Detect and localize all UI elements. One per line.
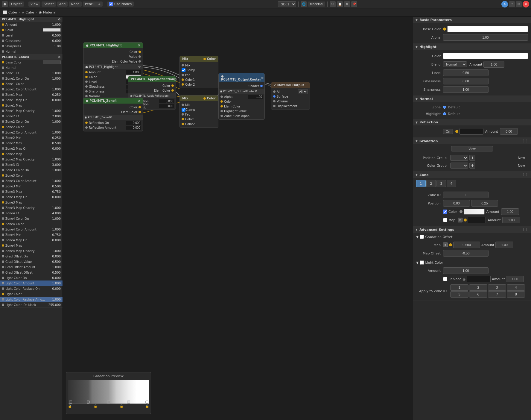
rp-zone-color-check[interactable] xyxy=(443,210,447,214)
node-ar-ec-socket[interactable] xyxy=(171,89,174,92)
node-hl-colorin-socket[interactable] xyxy=(85,76,88,78)
material-name[interactable]: Material xyxy=(308,1,325,7)
node-mo-all-socket[interactable] xyxy=(273,90,276,93)
node-mix1-mix-socket[interactable] xyxy=(182,64,184,66)
node-zone4[interactable]: ● PCL4MTL_Zone4 ⚙ Color Elem Color ◉ PCL… xyxy=(83,98,143,131)
rp-grad-pos-select[interactable] xyxy=(450,155,468,161)
grad-stop-4[interactable] xyxy=(127,401,130,404)
node-mix2-color-out[interactable] xyxy=(203,97,206,100)
lp-z3mon-value[interactable]: 0.000 xyxy=(50,195,61,199)
lp-z3min-value[interactable]: 0.500 xyxy=(50,185,61,188)
rp-light-amount-input[interactable] xyxy=(443,267,489,274)
breadcrumb-mesh[interactable]: △ Cube xyxy=(22,10,34,14)
node-z4-refl-socket[interactable] xyxy=(85,122,88,124)
rp-advanced-dots[interactable]: ⋮⋮ xyxy=(521,228,529,232)
node-mix2-c2-socket[interactable] xyxy=(182,123,184,125)
lp-z2min-value[interactable]: 0.250 xyxy=(50,136,61,140)
zone-tab-3[interactable]: 3 xyxy=(436,180,446,187)
lp-lcidm-value[interactable]: 255.000 xyxy=(48,303,61,307)
rp-zone-map-check[interactable] xyxy=(443,218,447,222)
lp-highlight-header[interactable]: PCL4MTL_Highlight ⚙ xyxy=(0,17,63,22)
rp-base-color-swatch[interactable] xyxy=(447,26,528,32)
node-or-zea-socket[interactable] xyxy=(220,115,223,117)
lock-3[interactable]: 🔒 xyxy=(120,404,123,408)
lock-4[interactable]: 🔒 xyxy=(145,404,149,408)
node-mix1-c1-socket[interactable] xyxy=(182,78,184,81)
rp-zone-map-amount-input[interactable] xyxy=(502,217,520,223)
lp-z1mon-value[interactable]: 0.000 xyxy=(50,98,61,102)
lp-z3id-value[interactable]: 3.000 xyxy=(50,163,61,166)
lock-1[interactable]: 🔒 xyxy=(68,404,71,408)
node-z4-ec-socket[interactable] xyxy=(139,111,141,113)
lp-zone4-header[interactable]: PCL4MTL_Zone4 ⚙ xyxy=(0,54,63,60)
rp-base-color-dot[interactable] xyxy=(443,28,446,31)
slot-selector[interactable]: Slot 1 xyxy=(278,1,296,7)
rp-zone-pos1-input[interactable] xyxy=(443,200,470,207)
node-mix2-mix-socket[interactable] xyxy=(182,104,184,106)
icon-d[interactable]: ✕ xyxy=(523,1,529,7)
lp-z1co-value[interactable]: 1.000 xyxy=(50,77,61,80)
node-mix1-fac-socket[interactable] xyxy=(182,74,184,76)
rp-replace-amount-input[interactable] xyxy=(506,276,524,282)
node-hl-value-socket[interactable] xyxy=(139,55,141,58)
lp-z4mop-value[interactable]: 1.000 xyxy=(50,249,61,253)
node-or-ec-socket[interactable] xyxy=(220,105,223,107)
node-hl-color-socket[interactable] xyxy=(139,51,141,53)
node-hl-amount-input[interactable] xyxy=(126,70,141,74)
rp-alpha-input[interactable] xyxy=(443,34,528,41)
rp-zone-pos2-input[interactable] xyxy=(471,200,498,207)
node-menu[interactable]: Node xyxy=(69,1,82,7)
rp-zone-id-input[interactable] xyxy=(443,192,489,198)
rp-refl-on-btn[interactable]: On xyxy=(443,129,453,134)
lp-z3max-value[interactable]: 0.750 xyxy=(50,190,61,193)
node-hl-gloss-socket[interactable] xyxy=(85,85,88,88)
lp-z1max-value[interactable]: 0.250 xyxy=(50,93,61,96)
add-menu[interactable]: Add xyxy=(57,1,68,7)
rp-hl-color-swatch[interactable] xyxy=(443,53,528,59)
node-mo-volume-socket[interactable] xyxy=(273,100,276,102)
rp-normal-header[interactable]: ▼ Normal xyxy=(413,96,531,102)
lp-amount-value[interactable]: 1.000 xyxy=(50,23,61,26)
rp-gradation-header[interactable]: ▼ Gradation ⋮⋮ xyxy=(413,138,531,144)
lp-z3mop-value[interactable]: 1.000 xyxy=(50,206,61,210)
lp-lcra-value[interactable]: 1.000 xyxy=(50,298,61,301)
breadcrumb-material[interactable]: ◉ Material xyxy=(39,10,56,14)
rp-hl-level-input[interactable] xyxy=(443,69,489,76)
node-mix1-color-out[interactable] xyxy=(203,58,206,60)
rp-advanced-header[interactable]: ▼ Advanced Settings ⋮⋮ xyxy=(413,226,531,233)
lp-groffa-value[interactable]: 1.000 xyxy=(50,266,61,269)
rp-zone-map-icon[interactable]: ⊞ xyxy=(458,218,462,222)
rp-zone-dots[interactable]: ⋮⋮ xyxy=(521,173,529,177)
node-z4-color-socket[interactable] xyxy=(139,106,141,108)
lp-lcron-value[interactable]: 0.000 xyxy=(50,287,61,290)
rp-grad-color-plus[interactable]: + xyxy=(469,163,475,169)
lp-z2id-value[interactable]: 2.000 xyxy=(50,115,61,118)
node-mo-surface-socket[interactable] xyxy=(273,95,276,98)
lp-z4ca-value[interactable]: 1.000 xyxy=(50,228,61,231)
zone-btn-8[interactable]: 8 xyxy=(507,291,525,298)
grad-stop-3[interactable] xyxy=(107,401,110,404)
node-or-alpha-socket[interactable] xyxy=(220,95,223,98)
node-editor[interactable]: ● PCL4MTL_Highlight ⚙ Color Value Elem C… xyxy=(63,17,413,420)
node-mo-disp-socket[interactable] xyxy=(273,105,276,107)
lp-z4min-value[interactable]: 0.750 xyxy=(50,233,61,236)
grad-stop-2[interactable] xyxy=(87,401,90,404)
node-or-color-socket[interactable] xyxy=(220,100,223,103)
lp-sharpness-value[interactable]: 1.00 xyxy=(50,45,61,48)
rp-light-color-check[interactable] xyxy=(420,260,424,265)
node-ar-refl-input[interactable] xyxy=(159,99,174,103)
close-icon[interactable]: ✕ xyxy=(344,1,350,7)
lp-color-swatch[interactable] xyxy=(43,28,61,32)
rp-gradation-dots[interactable]: ⋮⋮ xyxy=(521,139,529,143)
node-hl-amount-socket[interactable] xyxy=(85,71,88,73)
use-nodes-toggle[interactable]: Use Nodes xyxy=(107,1,134,7)
use-nodes-checkbox[interactable] xyxy=(109,2,113,6)
lp-z3co-value[interactable]: 1.000 xyxy=(50,169,61,172)
zone-btn-6[interactable]: 6 xyxy=(469,291,487,298)
node-ar-color-socket[interactable] xyxy=(171,84,174,87)
node-mix2-c1-socket[interactable] xyxy=(182,118,184,120)
rp-grad-offset-check[interactable] xyxy=(420,235,424,239)
rp-zone-color-preview[interactable] xyxy=(464,209,485,215)
node-or-hv-socket[interactable] xyxy=(220,110,223,112)
rp-zone-color-amount-input[interactable] xyxy=(501,208,519,215)
